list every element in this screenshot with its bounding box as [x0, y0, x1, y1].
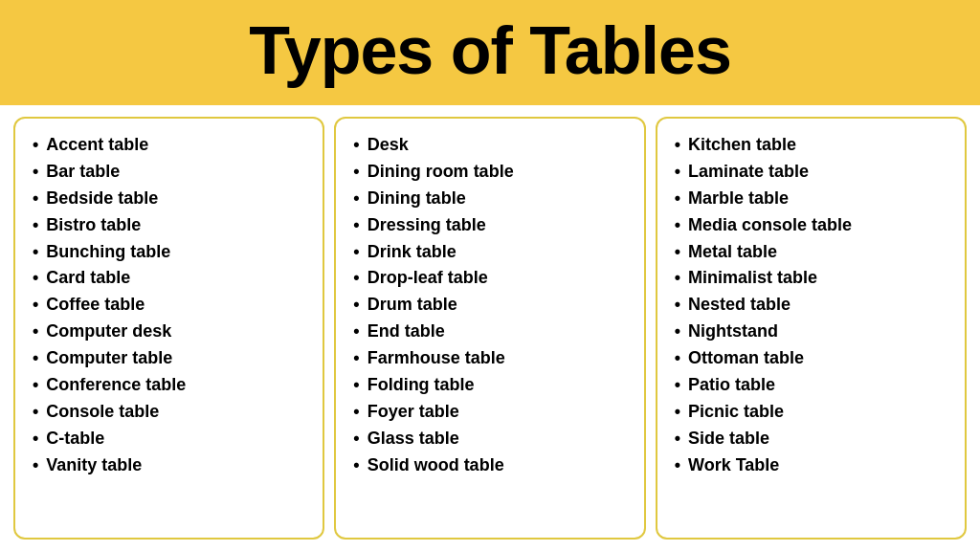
- list-1: Accent tableBar tableBedside tableBistro…: [33, 132, 305, 479]
- list-item: Bar table: [33, 159, 305, 186]
- list-item: Computer desk: [33, 319, 305, 345]
- list-item: Bistro table: [33, 212, 305, 239]
- list-item: Bedside table: [33, 186, 305, 212]
- list-item: Bunching table: [33, 239, 305, 266]
- list-item: Nested table: [675, 292, 947, 319]
- list-item: Folding table: [353, 372, 626, 399]
- list-2: DeskDining room tableDining tableDressin…: [353, 132, 626, 479]
- list-item: Desk: [353, 132, 626, 159]
- list-item: Drum table: [353, 292, 626, 319]
- list-item: Dining room table: [353, 159, 626, 186]
- list-item: Foyer table: [353, 399, 626, 426]
- list-item: Drink table: [353, 239, 626, 266]
- list-item: Patio table: [675, 372, 947, 399]
- page-title: Types of Tables: [249, 17, 731, 84]
- content-area: Accent tableBar tableBedside tableBistro…: [0, 105, 980, 551]
- list-item: C-table: [33, 426, 305, 452]
- list-item: Solid wood table: [353, 452, 626, 479]
- list-item: Work Table: [675, 452, 947, 479]
- list-item: Computer table: [33, 345, 305, 372]
- list-item: Picnic table: [675, 399, 947, 426]
- list-item: Minimalist table: [675, 265, 947, 292]
- list-item: Dressing table: [353, 212, 626, 239]
- list-item: Laminate table: [675, 159, 947, 186]
- list-3: Kitchen tableLaminate tableMarble tableM…: [675, 132, 947, 479]
- list-item: Glass table: [353, 426, 626, 452]
- list-item: Kitchen table: [675, 132, 947, 159]
- list-item: Card table: [33, 265, 305, 292]
- list-item: Dining table: [353, 186, 626, 212]
- list-item: Side table: [675, 426, 947, 452]
- column-1: Accent tableBar tableBedside tableBistro…: [13, 117, 324, 540]
- column-2: DeskDining room tableDining tableDressin…: [334, 117, 645, 540]
- list-item: Ottoman table: [675, 345, 947, 372]
- list-item: Vanity table: [33, 452, 305, 479]
- list-item: Marble table: [675, 186, 947, 212]
- list-item: Drop-leaf table: [353, 265, 626, 292]
- list-item: Coffee table: [33, 292, 305, 319]
- list-item: Farmhouse table: [353, 345, 626, 372]
- list-item: Conference table: [33, 372, 305, 399]
- list-item: Console table: [33, 399, 305, 426]
- list-item: Media console table: [675, 212, 947, 239]
- list-item: Nightstand: [675, 319, 947, 345]
- page-wrapper: Types of Tables Accent tableBar tableBed…: [0, 0, 980, 551]
- list-item: Metal table: [675, 239, 947, 266]
- column-3: Kitchen tableLaminate tableMarble tableM…: [656, 117, 967, 540]
- header: Types of Tables: [0, 0, 980, 105]
- list-item: Accent table: [33, 132, 305, 159]
- list-item: End table: [353, 319, 626, 345]
